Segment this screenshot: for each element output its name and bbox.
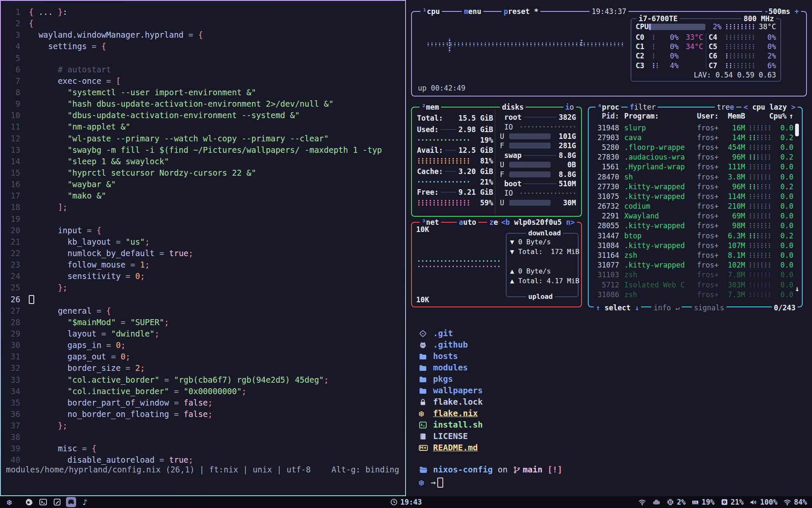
process-row[interactable]: 27730.kitty-wrappedfros+96M0.2 — [594, 182, 793, 191]
process-row[interactable]: 27903cavafros+14M0.2 — [594, 133, 793, 142]
process-row[interactable]: 5280.floorp-wrappefros+454M0.0 — [594, 142, 793, 152]
proc-filter-button[interactable]: filter — [628, 102, 658, 112]
proc-signals-hint[interactable]: signals — [692, 304, 727, 312]
process-row[interactable]: 26732codiumfros+210M0.0 — [594, 202, 793, 211]
mem-stat-label: Cache: — [417, 167, 443, 176]
btop-window[interactable]: ¹cpu menu preset * 19:43:37 -500ms + i7-… — [407, 0, 812, 317]
terminal-window[interactable]: .git.githubhostsmodulespkgswallpapersfla… — [407, 317, 812, 496]
net-interface-switcher[interactable]: <b wlp0s20f0u5 n> — [499, 218, 577, 227]
process-row[interactable]: 31948slurpfros+16M0.0 — [594, 123, 793, 133]
header-memb[interactable]: MemB — [723, 112, 745, 120]
discord-icon[interactable] — [66, 497, 76, 507]
proc-select-hint[interactable]: ↑ select ↓ — [594, 304, 641, 312]
net-download-graph — [417, 260, 502, 262]
proc-scrollbar-thumb[interactable] — [795, 124, 799, 136]
process-row[interactable]: 28470shfros+3.8M0.0 — [594, 172, 793, 182]
proc-tab[interactable]: ⁴proc — [595, 102, 621, 112]
mem-tab[interactable]: ²mem — [420, 102, 441, 112]
proc-memory: 454M — [723, 143, 745, 152]
proc-tree-button[interactable]: tree — [715, 102, 736, 112]
disk-io-row: IO — [500, 122, 576, 131]
file-name: modules — [433, 363, 468, 373]
proc-sort-selector[interactable]: < cpu lazy > — [741, 102, 798, 112]
code-text: "dbus-update-activation-environment --sy… — [29, 110, 300, 121]
nix-icon[interactable]: ❆ — [4, 497, 14, 507]
proc-user: fros+ — [697, 290, 723, 299]
tray-disk-module[interactable]: 21% — [721, 498, 744, 506]
disks-tab[interactable]: disks — [500, 102, 526, 112]
disk-name: boot — [500, 179, 521, 188]
mem-stat-label: Used: — [417, 125, 439, 134]
process-row[interactable]: 31075.kitty-wrappedfros+114M0.0 — [594, 191, 793, 201]
code-text: "col.inactive_border" = "0x00000000"; — [29, 386, 247, 397]
interval-increase-button[interactable]: + — [795, 7, 799, 16]
proc-cpu-percent: 0.0 — [774, 251, 793, 260]
notepad-icon[interactable] — [52, 497, 62, 507]
mem-meter-percent: 81% — [475, 157, 493, 165]
github-icon — [419, 341, 433, 349]
tray-cloud-icon[interactable] — [652, 498, 661, 506]
proc-memory: 16M — [723, 124, 745, 132]
mem-stat-row: Free:9.21 GiB — [417, 187, 493, 198]
disk-io-row: IO — [500, 188, 576, 198]
header-cpu[interactable]: Cpu% — [767, 112, 787, 120]
process-row[interactable]: 31447btopfros+6.3M0.2 — [594, 231, 793, 240]
process-row[interactable]: 31086zshfros+7.3M0.0 — [594, 290, 793, 299]
process-row[interactable]: 31103zshfros+7.8M0.0 — [594, 270, 793, 280]
clock-module[interactable]: 19:43 — [390, 496, 422, 508]
code-text: exec-once = [ — [29, 75, 121, 87]
header-user[interactable]: User: — [697, 112, 723, 120]
proc-user: fros+ — [697, 251, 723, 260]
music-icon[interactable]: ♪ — [80, 497, 90, 507]
mem-meter-row: 81% — [417, 156, 493, 166]
disks-list: root382G IOU101GF281G swap8.8GU0BF8.8G b… — [500, 113, 576, 207]
disk-bar-value: 0B — [554, 160, 576, 169]
tray-volume-module[interactable]: 100% — [749, 498, 777, 506]
process-row[interactable]: 31084.kitty-wrappedfros+107M0.0 — [594, 240, 793, 250]
editor-cursor — [29, 295, 34, 304]
editor-window[interactable]: 1{ ... }:2{3 wayland.windowManager.hyprl… — [0, 0, 406, 496]
net-auto-button[interactable]: auto — [457, 218, 478, 227]
process-row[interactable]: 1561.Hyprland-wrapfros+111M0.0 — [594, 162, 793, 172]
process-row[interactable]: 2291Xwaylandfros+69M0.0 — [594, 211, 793, 221]
tray-wifi-module[interactable]: 84% — [783, 498, 807, 506]
proc-info-hint[interactable]: info ↵ — [651, 304, 681, 312]
process-row[interactable]: 5712Isolated Web Cfros+303M0.0 — [594, 280, 793, 290]
menu-button[interactable]: menu — [462, 7, 483, 16]
code-line: 15 "hyprctl setcursor Nordzy-cursors 22 … — [5, 167, 404, 179]
proc-cpu-meter — [749, 125, 771, 130]
proc-cpu-percent: 0.2 — [774, 153, 793, 161]
mem-stat-value: 9.21 GiB — [458, 188, 493, 196]
line-number: 22 — [5, 248, 20, 259]
header-program[interactable]: Program: — [624, 112, 697, 120]
process-row[interactable]: 28055.kitty-wrappedfros+98M0.0 — [594, 221, 793, 231]
line-number: 36 — [5, 409, 20, 420]
line-number: 5 — [5, 52, 20, 64]
firefox-icon[interactable] — [24, 497, 34, 507]
cpu-tab[interactable]: ¹cpu — [420, 7, 442, 16]
process-row[interactable]: 31077.kitty-wrappedfros+102M0.0 — [594, 260, 793, 270]
code-line: 31 gaps_out = 0; — [5, 351, 404, 362]
preset-button[interactable]: preset * — [502, 7, 540, 16]
file-name: flake.lock — [433, 397, 483, 407]
code-area[interactable]: 1{ ... }:2{3 wayland.windowManager.hyprl… — [5, 6, 404, 466]
line-number: 38 — [5, 431, 20, 443]
mem-meter-row: 21% — [417, 177, 493, 187]
process-row[interactable]: 31164zshfros+8.1M0.0 — [594, 250, 793, 260]
tray-chip-module[interactable]: 2% — [667, 498, 685, 506]
line-number: 21 — [5, 236, 20, 248]
io-toggle[interactable]: io — [563, 102, 576, 112]
proc-program: .floorp-wrappe — [624, 143, 697, 152]
proc-cpu-percent: 0.0 — [774, 192, 793, 201]
proc-cpu-percent: 0.0 — [774, 281, 793, 289]
terminal-icon[interactable] — [38, 497, 48, 507]
prompt-line-2[interactable]: ❆ → — [419, 477, 443, 488]
code-line: 21 kb_layout = "us"; — [5, 236, 404, 248]
proc-scroll-down-icon[interactable]: ↓ — [795, 284, 799, 293]
process-row[interactable]: 27830.audacious-wrafros+96M0.2 — [594, 152, 793, 162]
tray-ram-module[interactable]: 19% — [691, 498, 715, 506]
tray-wifi-icon[interactable] — [638, 498, 646, 506]
proc-cpu-meter-active — [749, 135, 758, 140]
volume-icon — [749, 498, 757, 506]
header-pid[interactable]: Pid: — [594, 112, 619, 120]
